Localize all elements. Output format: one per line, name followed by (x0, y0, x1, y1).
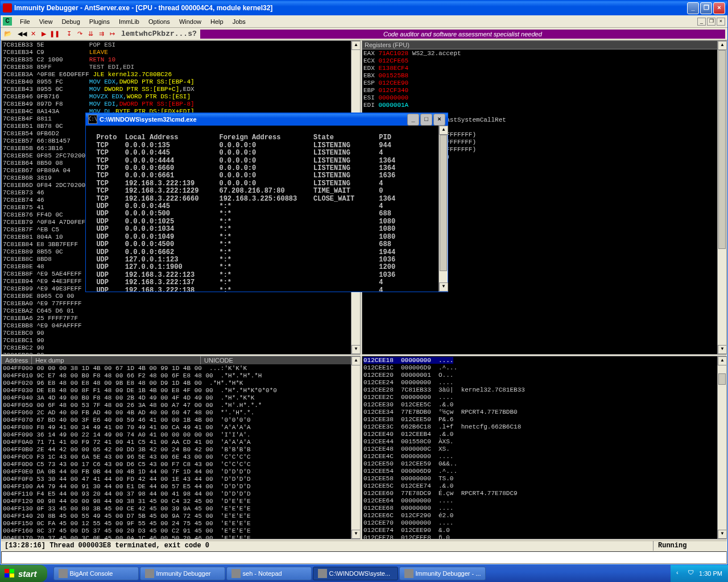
toolbar-w[interactable]: w (139, 30, 143, 38)
menu-file[interactable]: File (15, 17, 35, 26)
cmd-title: C:\WINDOWS\system32\cmd.exe (100, 116, 407, 123)
run-to-icon[interactable]: ↦ (107, 30, 117, 39)
trace-into-icon[interactable]: ⇊ (85, 30, 96, 39)
pause-icon[interactable]: ❚❚ (49, 30, 60, 39)
tray-shield-icon[interactable]: 🛡 (688, 569, 697, 578)
cmd-scrollbar[interactable]: ▲ ▼ (439, 126, 448, 292)
app-icon (231, 569, 241, 578)
menu-window[interactable]: Window (175, 17, 206, 26)
play-icon[interactable]: ▶ (39, 30, 49, 39)
scroll-down-icon[interactable]: ▼ (439, 282, 448, 292)
toolbar-h[interactable]: h (143, 30, 148, 38)
toolbar: 📂 ◀◀ ✕ ▶ ❚❚ ↧ ↷ ⇊ ⇉ ↦ lemtwhcPkbzr...s? … (1, 28, 727, 40)
scroll-up-icon[interactable]: ▲ (439, 126, 448, 135)
toolbar-l[interactable]: l (121, 30, 126, 38)
status-message: [13:28:16] Thread 000003E8 terminated, e… (1, 541, 653, 551)
menu-jobs[interactable]: Jobs (228, 17, 250, 26)
statusbar: [13:28:16] Thread 000003E8 terminated, e… (1, 541, 727, 551)
rewind-icon[interactable]: ◀◀ (17, 30, 27, 39)
cmd-maximize[interactable]: □ (420, 114, 432, 126)
toolbar-c[interactable]: c (148, 30, 152, 38)
menu-options[interactable]: Options (144, 17, 175, 26)
hex-scrollbar[interactable]: ▲ ▼ (351, 356, 360, 539)
scroll-down-icon[interactable]: ▼ (718, 345, 727, 354)
app-icon (318, 569, 327, 578)
app-icon (3, 3, 12, 13)
scroll-thumb[interactable] (718, 50, 726, 249)
minimize-button[interactable]: _ (687, 2, 699, 14)
cmd-icon: C:\ (88, 115, 97, 124)
stack-pane[interactable]: 012CEE18 00000000 .... 012CEE1C 000006D9… (362, 356, 727, 539)
tray-chevron-icon[interactable]: ‹ (676, 569, 685, 578)
step-over-icon[interactable]: ↷ (75, 30, 85, 39)
app-icon (59, 569, 68, 578)
step-into-icon[interactable]: ↧ (64, 30, 74, 39)
windows-logo-icon (5, 569, 15, 578)
taskbar-item[interactable]: BigAnt Console (53, 567, 139, 580)
app-icon (145, 569, 154, 578)
menu-view[interactable]: View (35, 17, 57, 26)
regs-scrollbar[interactable]: ▲ ▼ (717, 41, 726, 354)
scroll-thumb[interactable] (440, 135, 447, 271)
taskbar: start BigAnt ConsoleImmunity Debuggerseh… (0, 565, 728, 582)
scroll-up-icon[interactable]: ▲ (718, 356, 727, 365)
toolbar-r[interactable]: r (170, 30, 175, 38)
taskbar-item[interactable]: seh - Notepad (226, 567, 312, 580)
toolbar-b[interactable]: b (161, 30, 166, 38)
cmd-minimize[interactable]: _ (407, 114, 419, 126)
registers-header: Registers (FPU) (362, 41, 726, 49)
command-input[interactable] (1, 551, 727, 564)
hexdump-header: Address Hex dump UNICODE (2, 356, 360, 364)
scroll-thumb[interactable] (718, 373, 726, 385)
scroll-down-icon[interactable]: ▼ (351, 345, 361, 354)
menubar: C FileViewDebugPluginsImmLibOptionsWindo… (1, 15, 727, 28)
mdi-minimize[interactable]: _ (697, 18, 706, 26)
trace-over-icon[interactable]: ⇉ (96, 30, 106, 39)
stack-scrollbar[interactable]: ▲ ▼ (717, 356, 726, 539)
scroll-up-icon[interactable]: ▲ (351, 356, 361, 365)
hexdump-content[interactable]: 004FF000 00 00 00 38 1D 4B 00 67 1D 4B 0… (2, 364, 360, 539)
cmd-window[interactable]: C:\ C:\WINDOWS\system32\cmd.exe _ □ × Pr… (85, 113, 448, 292)
cmd-titlebar[interactable]: C:\ C:\WINDOWS\system32\cmd.exe _ □ × (86, 113, 448, 126)
cmd-output[interactable]: Proto Local Address Foreign Address Stat… (86, 126, 439, 292)
tray-clock[interactable]: 1:30 PM (699, 570, 722, 577)
close-button[interactable]: × (713, 2, 725, 14)
menu-immlib[interactable]: ImmLib (114, 17, 144, 26)
cmd-close[interactable]: × (433, 114, 445, 126)
toolbar-z[interactable]: z (166, 30, 170, 38)
stack-content[interactable]: 012CEE18 00000000 .... 012CEE1C 000006D9… (362, 356, 726, 539)
toolbar-...[interactable]: ... (175, 30, 188, 38)
menu-help[interactable]: Help (206, 17, 228, 26)
mdi-restore[interactable]: ❐ (707, 18, 715, 26)
toolbar-e[interactable]: e (126, 30, 130, 38)
scroll-up-icon[interactable]: ▲ (718, 41, 727, 50)
menu-plugins[interactable]: Plugins (85, 17, 114, 26)
menu-debug[interactable]: Debug (57, 17, 84, 26)
window-title: Immunity Debugger - AntServer.exe - [CPU… (14, 4, 687, 12)
toolbar-P[interactable]: P (152, 30, 157, 38)
ad-banner[interactable]: Code auditor and software assessment spe… (200, 30, 725, 39)
maximize-button[interactable]: ❐ (700, 2, 712, 14)
scroll-down-icon[interactable]: ▼ (718, 530, 727, 539)
start-button[interactable]: start (0, 565, 47, 582)
hexdump-pane[interactable]: Address Hex dump UNICODE 004FF000 00 00 … (1, 356, 361, 539)
close-x-icon[interactable]: ✕ (28, 30, 38, 39)
app-icon (404, 569, 413, 578)
scroll-up-icon[interactable]: ▲ (351, 41, 361, 50)
taskbar-item[interactable]: Immunity Debugger (140, 567, 225, 580)
toolbar-s[interactable]: s (188, 30, 192, 38)
taskbar-item[interactable]: Immunity Debugger - ... (399, 567, 486, 580)
titlebar[interactable]: Immunity Debugger - AntServer.exe - [CPU… (1, 1, 727, 15)
system-tray[interactable]: ‹ 🛡 1:30 PM (671, 565, 728, 582)
open-icon[interactable]: 📂 (3, 30, 13, 39)
child-icon[interactable]: C (3, 17, 12, 26)
taskbar-item[interactable]: C:\WINDOWS\syste... (313, 567, 398, 580)
status-state: Running (653, 541, 727, 551)
scroll-down-icon[interactable]: ▼ (351, 530, 361, 539)
toolbar-?[interactable]: ? (192, 30, 197, 38)
mdi-close[interactable]: × (717, 18, 725, 26)
